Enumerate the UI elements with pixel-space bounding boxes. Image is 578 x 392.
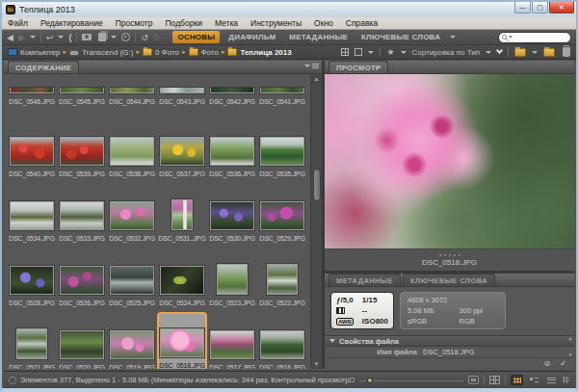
thumbnail-item[interactable]: DSC_0517.JPG <box>207 312 257 369</box>
thumbnail-item[interactable]: DSC_0532.JPG <box>107 183 157 244</box>
thumbnail-item[interactable]: DSC_0526.JPG <box>57 248 107 308</box>
list-view-button[interactable] <box>545 375 558 385</box>
thumbnail-image[interactable] <box>60 201 104 230</box>
menu-item[interactable]: Редактирование <box>40 18 103 28</box>
workspace-dropdown-icon[interactable] <box>450 36 456 39</box>
thumbnail-item[interactable]: DSC_0523.JPG <box>207 248 257 308</box>
scroll-up-icon[interactable]: ▲ <box>568 335 573 341</box>
thumbnail-image[interactable] <box>10 266 54 295</box>
search-scope-caret-icon[interactable] <box>509 36 512 39</box>
forward-icon[interactable]: ▶ <box>18 32 25 43</box>
thumbnail-item[interactable]: DSC_0530.JPG <box>207 183 257 244</box>
thumbnail-item[interactable]: DSC_0529.JPG <box>257 183 307 244</box>
delete-trash-icon[interactable] <box>563 47 570 57</box>
nav-dropdown-icon[interactable] <box>30 36 36 39</box>
slider-knob[interactable] <box>367 378 373 383</box>
thumbnail-item[interactable]: DSC_0544.JPG <box>107 74 157 107</box>
thumbnail-item[interactable]: DSC_0525.JPG <box>107 248 157 308</box>
thumbnail-item[interactable]: DSC_0541.JPG <box>257 74 307 107</box>
thumbnail-item[interactable]: DSC_0536.JPG <box>207 118 257 179</box>
thumbnail-image[interactable] <box>260 137 304 166</box>
thumbnail-item[interactable]: DSC_0545.JPG <box>57 74 107 107</box>
breadcrumb-item[interactable]: Transcend (G:) ▸ <box>69 48 140 57</box>
thumbnail-item[interactable]: DSC_0533.JPG <box>57 183 107 244</box>
thumbnail-image[interactable] <box>210 201 254 230</box>
thumbnail-image[interactable] <box>160 266 204 295</box>
folder-dropdown-icon[interactable] <box>532 51 538 54</box>
thumbnail-image[interactable] <box>217 264 248 295</box>
thumbnail-image[interactable] <box>110 201 154 230</box>
sort-direction-icon[interactable] <box>496 47 503 54</box>
menu-item[interactable]: Окно <box>314 18 333 28</box>
thumbnails-view-button[interactable] <box>511 375 523 385</box>
thumbnail-item[interactable]: DSC_0537.JPG <box>157 118 207 179</box>
thumbnail-size-slider[interactable] <box>359 376 463 385</box>
thumbnail-item[interactable]: DSC_0535.JPG <box>257 118 307 179</box>
preview-image[interactable] <box>325 74 574 249</box>
breadcrumb-item[interactable]: Компьютер ▸ <box>8 48 66 57</box>
workspace-tab[interactable]: КЛЮЧЕВЫЕ СЛОВА <box>356 31 445 43</box>
sort-dropdown-icon[interactable] <box>486 51 491 54</box>
stack-dropdown-icon[interactable] <box>111 36 117 39</box>
thumbnail-image[interactable] <box>267 264 298 295</box>
slider-track[interactable] <box>359 380 463 381</box>
thumbnail-image[interactable] <box>160 137 204 166</box>
thumbnail-item[interactable]: DSC_0538.JPG <box>107 118 157 179</box>
breadcrumb-item[interactable]: Фото ▸ <box>189 48 225 57</box>
metadata-tab[interactable]: КЛЮЧЕВЫЕ СЛОВА <box>403 274 495 286</box>
thumbnail-item[interactable]: DSC_0519.JPG <box>107 312 157 369</box>
menu-item[interactable]: Файл <box>8 18 28 28</box>
new-folder-icon[interactable] <box>543 48 555 57</box>
rotate-right-icon[interactable]: ↻ <box>153 32 161 43</box>
menu-item[interactable]: Просмотр <box>116 18 153 28</box>
thumbnail-image[interactable] <box>60 137 104 166</box>
camera-raw-icon[interactable]: ( <box>68 32 71 43</box>
thumbnail-image[interactable] <box>10 201 54 230</box>
return-dropdown-icon[interactable] <box>58 36 64 39</box>
thumbnail-item[interactable]: DSC_0543.JPG <box>157 74 207 107</box>
grid-view-button[interactable] <box>489 376 500 384</box>
close-button[interactable]: ✕ <box>549 2 574 13</box>
refine-aperture-icon[interactable] <box>121 33 130 41</box>
thumbnail-image[interactable] <box>60 88 104 93</box>
menu-item[interactable]: Инструменты <box>250 18 302 28</box>
thumbnail-item[interactable]: DSC_0520.JPG <box>57 312 107 369</box>
thumbnail-image[interactable] <box>260 201 304 230</box>
thumbnail-image[interactable] <box>110 88 154 93</box>
thumbnail-image[interactable] <box>60 266 104 295</box>
scrollbar-thumb[interactable] <box>313 169 321 201</box>
workspace-tab[interactable]: ДИАФИЛЬМ <box>223 31 280 43</box>
lock-thumbnail-grid-button[interactable] <box>468 376 479 384</box>
details-view-button[interactable] <box>528 375 540 385</box>
preview-pane-view-icon[interactable] <box>355 48 362 56</box>
rotate-left-icon[interactable]: ↺ <box>141 32 148 43</box>
thumbnail-item[interactable]: DSC_0540.JPG <box>7 118 57 179</box>
scroll-down-icon[interactable]: ▼ <box>568 352 573 357</box>
recent-file-stack-icon[interactable] <box>98 33 106 41</box>
menu-item[interactable]: Подборки <box>166 18 202 28</box>
thumbnail-image[interactable] <box>171 199 193 230</box>
menu-item[interactable]: Метка <box>215 18 238 28</box>
metadata-scrollbar[interactable]: ▲▼ <box>566 335 574 357</box>
file-properties-header[interactable]: Свойства файла <box>325 335 574 347</box>
thumbnail-item[interactable]: DSC_0546.JPG <box>7 74 57 107</box>
thumbnail-image[interactable] <box>110 137 154 166</box>
tab-preview[interactable]: ПРОСМОТР <box>328 61 388 73</box>
thumbnail-item[interactable]: DSC_0516.JPG <box>257 312 307 369</box>
thumbnail-image[interactable] <box>210 88 254 93</box>
workspace-tab[interactable]: МЕТАДАННЫЕ <box>284 31 353 43</box>
maximize-button[interactable]: ▢ <box>532 2 548 13</box>
thumbnail-image[interactable] <box>110 266 154 295</box>
rating-dropdown-icon[interactable] <box>401 51 407 54</box>
search-input[interactable] <box>514 34 567 40</box>
thumb-size-small-icon[interactable] <box>350 378 355 382</box>
tab-content[interactable]: СОДЕРЖАНИЕ <box>8 61 79 73</box>
breadcrumb-item[interactable]: Теплица 2013 <box>227 48 294 57</box>
thumbnail-image[interactable] <box>260 88 304 93</box>
minimize-button[interactable]: — <box>514 2 531 13</box>
menu-item[interactable]: Справка <box>346 18 378 28</box>
scroll-up-icon[interactable]: ▲ <box>312 74 322 84</box>
rating-filter-star-icon[interactable]: ★ <box>386 47 394 57</box>
thumbnail-image[interactable] <box>10 137 54 166</box>
apply-edit-icon[interactable]: ✓ <box>560 359 566 369</box>
